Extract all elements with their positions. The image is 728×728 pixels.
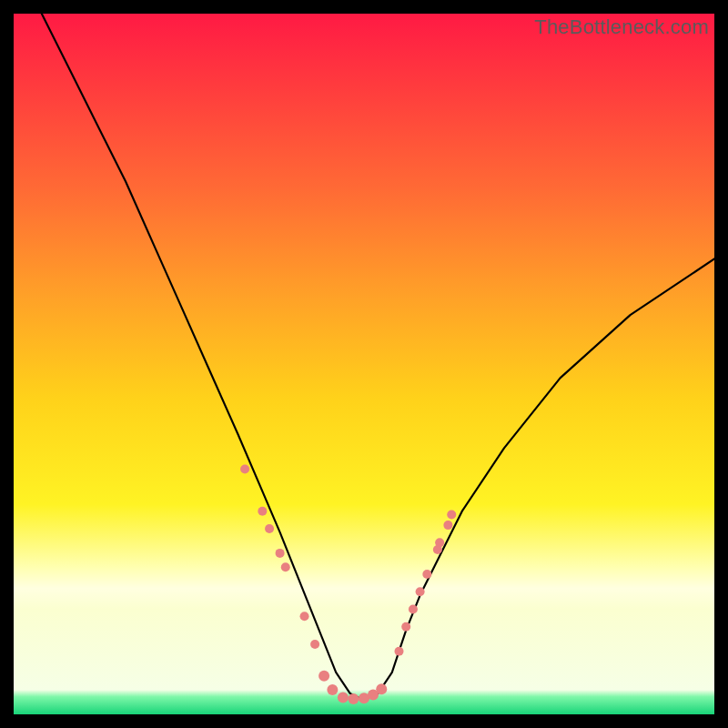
data-marker [240, 464, 249, 473]
data-marker [435, 538, 444, 547]
data-marker [401, 622, 410, 632]
data-marker [416, 587, 425, 596]
data-marker [265, 524, 274, 533]
data-marker [394, 647, 403, 656]
data-marker [348, 693, 359, 704]
data-marker [376, 683, 387, 694]
data-marker [447, 511, 456, 520]
curve-layer [14, 14, 714, 714]
plot-area [14, 14, 714, 714]
data-marker [300, 612, 309, 621]
data-marker [281, 562, 290, 571]
data-marker [310, 640, 319, 649]
data-marker [338, 693, 349, 703]
chart-frame: TheBottleneck.com [0, 0, 728, 728]
data-marker [443, 521, 452, 530]
bottleneck-curve [42, 14, 714, 701]
data-marker [318, 671, 329, 682]
data-marker [409, 604, 418, 613]
data-marker [422, 570, 431, 579]
data-marker [276, 549, 285, 558]
watermark-text: TheBottleneck.com [534, 15, 709, 39]
data-markers [240, 464, 456, 704]
data-marker [258, 507, 267, 516]
data-marker [327, 684, 338, 695]
